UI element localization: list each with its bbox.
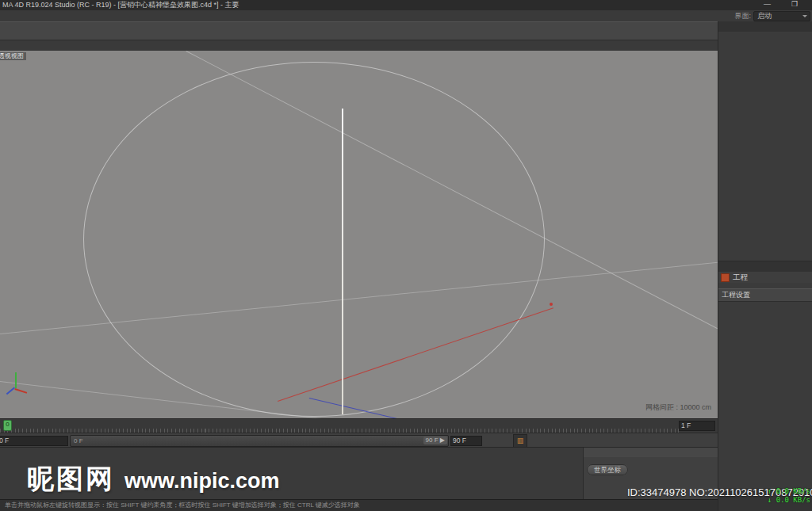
- range-end-field[interactable]: 90 F: [450, 436, 482, 446]
- window-title: MA 4D R19.024 Studio (RC - R19) - [营销中心精…: [2, 1, 239, 9]
- attribute-rows: [718, 302, 812, 303]
- frame-step-field[interactable]: 1 F: [679, 421, 715, 431]
- pillar-edge-highlight: [342, 109, 343, 414]
- timeline-window-button[interactable]: ▥: [513, 434, 527, 448]
- restore-button[interactable]: ❐: [791, 0, 798, 9]
- coordinates-header: [584, 448, 718, 457]
- status-bar: 单击并拖动鼠标左键旋转视图显示：按住 SHIFT 键约束角度；框选时按住 SHI…: [0, 499, 718, 511]
- attribute-manager-panel: 工程 工程设置: [718, 261, 812, 488]
- interface-combo[interactable]: 启动: [753, 11, 810, 21]
- range-start-label: 0 F: [74, 437, 83, 444]
- nipic-watermark: 昵图网 www.nipic.com: [27, 461, 280, 498]
- object-manager-panel: [718, 21, 812, 261]
- coordinate-mode-button[interactable]: 世界坐标: [587, 464, 628, 475]
- viewport-menu-bar: [0, 41, 718, 51]
- section-header: 工程设置: [718, 288, 812, 302]
- x-axis-icon: [15, 388, 28, 393]
- grid-spacing-label: 网格间距 : 10000 cm: [645, 402, 711, 413]
- world-axis-gizmo: [5, 369, 32, 396]
- interface-selector: 界面: 启动: [734, 10, 810, 21]
- timeline-playhead[interactable]: 0: [3, 420, 12, 431]
- watermark-url: www.nipic.com: [124, 469, 280, 494]
- current-frame-field[interactable]: 0 F: [0, 436, 68, 446]
- attribute-object-row: 工程: [718, 272, 812, 283]
- attribute-object-label: 工程: [733, 273, 748, 283]
- project-icon: [721, 273, 730, 282]
- y-axis-icon: [15, 372, 17, 388]
- minimize-button[interactable]: —: [764, 0, 771, 9]
- net-down-label: ↓ 0.0 KB/s: [768, 496, 810, 505]
- cinema4d-window: MA 4D R19.024 Studio (RC - R19) - [营销中心精…: [0, 0, 812, 511]
- object-manager-header: [718, 21, 812, 32]
- current-frame-value: 0 F: [0, 437, 9, 445]
- main-toolbar: [0, 21, 718, 40]
- perspective-viewport[interactable]: 透视视图 网格间距 : 10000 cm: [0, 51, 718, 418]
- z-axis-icon: [6, 387, 15, 395]
- chevron-down-icon: [802, 15, 807, 20]
- network-speed-overlay: ↑ 0.0 KB/s ↓ 0.0 KB/s: [768, 487, 810, 505]
- attribute-manager-header: [718, 261, 812, 272]
- transport-bar: 0 F 0 F 90 F ▶ 90 F ▥: [0, 433, 718, 448]
- preview-range-slider[interactable]: 0 F 90 F ▶: [70, 435, 449, 447]
- view-label[interactable]: 透视视图: [0, 52, 26, 60]
- range-end-handle[interactable]: 90 F ▶: [423, 437, 447, 444]
- range-end-value: 90 F: [453, 437, 466, 445]
- frame-step-value: 1 F: [681, 421, 691, 430]
- attribute-tabs-row2: [718, 284, 812, 286]
- spline-point: [550, 303, 553, 306]
- signage-pillar-model[interactable]: [309, 109, 369, 414]
- object-tree: [718, 32, 812, 261]
- timeline-ruler[interactable]: 0 1 F: [0, 418, 718, 433]
- net-up-label: ↑ 0.0 KB/s: [768, 487, 810, 496]
- watermark-brand: 昵图网: [27, 461, 115, 498]
- interface-label: 界面:: [734, 11, 751, 21]
- title-bar: MA 4D R19.024 Studio (RC - R19) - [营销中心精…: [0, 0, 812, 10]
